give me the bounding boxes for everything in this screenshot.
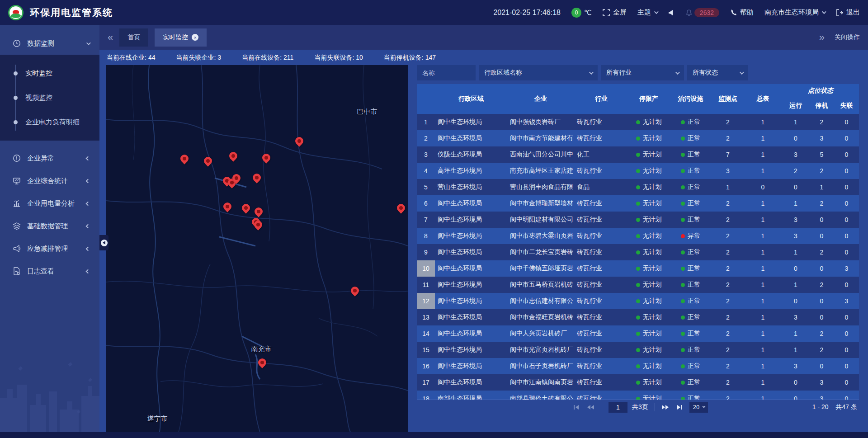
table-row[interactable]: 17 阆中生态环境局 阆中市江南镇阆南页岩 砖瓦行业 无计划 正常 bbox=[417, 374, 859, 391]
map-city-label: 巴中市 bbox=[357, 108, 377, 116]
next-page-button[interactable] bbox=[661, 404, 670, 410]
theme-menu[interactable]: 主题 bbox=[637, 8, 657, 17]
sidebar-item-emergency-reduction[interactable]: 应急减排管理 bbox=[0, 237, 99, 260]
lost-cell: 0 bbox=[834, 163, 859, 179]
table-row[interactable]: 10 阆中生态环境局 阆中千佛镇五郎垭页岩 砖瓦行业 无计划 正常 bbox=[417, 260, 859, 277]
meters-cell: 1 bbox=[744, 130, 782, 146]
meters-cell: 0 bbox=[744, 179, 782, 195]
status-filter-select[interactable]: 所有状态 bbox=[687, 65, 748, 80]
facility-cell: 正常 bbox=[669, 114, 712, 130]
sidebar-item-power-usage-analysis[interactable]: 企业用电量分析 bbox=[0, 192, 99, 215]
map[interactable]: 巴中市南充市遂宁市 bbox=[106, 65, 408, 432]
table-row[interactable]: 9 阆中生态环境局 阆中市二龙长宝页岩砖 砖瓦行业 无计划 正常 bbox=[417, 244, 859, 260]
sidebar-collapse-handle[interactable] bbox=[99, 235, 108, 250]
log-document-icon bbox=[13, 267, 21, 275]
logout-button[interactable]: 退出 bbox=[836, 8, 860, 17]
table-row[interactable]: 13 阆中生态环境局 阆中市金福旺页岩机砖 砖瓦行业 无计划 正常 bbox=[417, 309, 859, 325]
table-row[interactable]: 6 阆中生态环境局 阆中市金博瑞新型墙材 砖瓦行业 无计划 正常 bbox=[417, 195, 859, 212]
layers-icon bbox=[13, 222, 21, 230]
previous-page-button[interactable] bbox=[586, 404, 594, 410]
status-dot-icon bbox=[681, 185, 685, 189]
name-filter-input[interactable] bbox=[417, 65, 476, 80]
sidebar-item-realtime-monitor[interactable]: 实时监控 bbox=[0, 61, 99, 85]
fullscreen-icon bbox=[603, 9, 610, 16]
sidebar: 数据监测 实时监控 视频监控 企业电力负荷明细 企业异常 bbox=[0, 25, 99, 432]
status-dot-icon bbox=[636, 348, 640, 352]
table-row[interactable]: 14 阆中生态环境局 阆中大兴页岩机砖厂 砖瓦行业 无计划 正常 bbox=[417, 325, 859, 342]
stat-item: 当前在线企业:44 bbox=[107, 54, 155, 62]
production-cell: 无计划 bbox=[628, 277, 669, 293]
close-operations-button[interactable]: 关闭操作 bbox=[835, 33, 860, 42]
map-pin-icon[interactable] bbox=[241, 203, 250, 215]
table-row[interactable]: 1 阆中生态环境局 阆中强锐页岩砖厂 砖瓦行业 无计划 正常 bbox=[417, 114, 859, 130]
pagination-range: 1 - 20 共47 条 bbox=[812, 403, 859, 411]
sidebar-item-data-monitoring[interactable]: 数据监测 bbox=[0, 32, 99, 55]
company-cell: 阆中大兴页岩机砖厂 bbox=[507, 325, 574, 342]
tab-home[interactable]: 首页 bbox=[119, 28, 148, 47]
lost-cell: 3 bbox=[834, 260, 859, 277]
region-cell: 阆中生态环境局 bbox=[435, 277, 507, 293]
region-filter-select[interactable]: 行政区域名称 bbox=[479, 65, 598, 80]
stat-item: 当前停机设备:147 bbox=[384, 54, 436, 62]
col-production: 停限产 bbox=[628, 84, 669, 114]
points-cell: 2 bbox=[712, 374, 744, 391]
sidebar-item-log-view[interactable]: 日志查看 bbox=[0, 260, 99, 283]
sidebar-item-basic-data-management[interactable]: 基础数据管理 bbox=[0, 215, 99, 237]
tabs-scroll-right-button[interactable]: » bbox=[819, 33, 825, 42]
sidebar-item-enterprise-abnormal[interactable]: 企业异常 bbox=[0, 147, 99, 170]
map-pin-icon[interactable] bbox=[258, 358, 267, 370]
col-running: 运行 bbox=[782, 98, 809, 114]
temperature-badge: 0 ℃ bbox=[571, 8, 592, 18]
notification-button[interactable]: 2632 bbox=[685, 8, 719, 17]
table-row[interactable]: 4 高坪生态环境局 南充市高坪区王家店建 砖瓦行业 无计划 正常 bbox=[417, 163, 859, 179]
last-page-button[interactable] bbox=[676, 404, 683, 410]
company-cell: 西南油气田分公司川中 bbox=[507, 146, 574, 163]
status-dot-icon bbox=[636, 316, 640, 320]
mute-speaker-button[interactable] bbox=[668, 9, 675, 16]
table-row[interactable]: 5 营山生态环境局 营山县润丰肉食品有限 食品 无计划 正常 bbox=[417, 179, 859, 195]
table-header: 行政区域 企业 行业 停限产 治污设施 监测点 总表 点位状态 运行 停机 失联 bbox=[417, 84, 859, 114]
status-dot-icon bbox=[681, 120, 685, 124]
page-input[interactable] bbox=[609, 402, 627, 413]
map-pin-icon[interactable] bbox=[350, 286, 359, 298]
map-pin-icon[interactable] bbox=[252, 173, 261, 185]
sidebar-item-enterprise-statistics[interactable]: 企业综合统计 bbox=[0, 170, 99, 192]
table-row[interactable]: 2 阆中生态环境局 阆中市南方节能建材有 砖瓦行业 无计划 正常 bbox=[417, 130, 859, 146]
sidebar-item-power-load-detail[interactable]: 企业电力负荷明细 bbox=[0, 110, 99, 134]
map-pin-icon[interactable] bbox=[254, 220, 263, 232]
map-pin-icon[interactable] bbox=[396, 203, 406, 215]
map-city-label: 遂宁市 bbox=[147, 414, 168, 423]
table-row[interactable]: 8 阆中生态环境局 阆中市枣碧大梁山页岩 砖瓦行业 无计划 异常 bbox=[417, 228, 859, 244]
industry-filter-select[interactable]: 所有行业 bbox=[601, 65, 684, 80]
map-pin-icon[interactable] bbox=[180, 154, 189, 166]
tab-realtime-monitor[interactable]: 实时监控 × bbox=[155, 28, 207, 47]
organization-menu[interactable]: 南充市生态环境局 bbox=[764, 8, 825, 17]
map-pin-icon[interactable] bbox=[262, 153, 271, 165]
app-header: 环保用电监管系统 2021-02-25 17:46:18 0 ℃ 全屏 主题 2… bbox=[0, 0, 868, 25]
page-size-select[interactable]: 20 bbox=[689, 402, 708, 413]
table-row[interactable]: 3 仪陇生态环境局 西南油气田分公司川中 化工 无计划 正常 bbox=[417, 146, 859, 163]
table-row[interactable]: 15 阆中生态环境局 阆中市光富页岩机砖厂 砖瓦行业 无计划 正常 bbox=[417, 342, 859, 358]
production-cell: 无计划 bbox=[628, 293, 669, 309]
table-row[interactable]: 7 阆中生态环境局 阆中明阳建材有限公司 砖瓦行业 无计划 正常 bbox=[417, 212, 859, 228]
running-cell: 1 bbox=[782, 195, 809, 212]
first-page-button[interactable] bbox=[573, 404, 580, 410]
region-cell: 阆中生态环境局 bbox=[435, 293, 507, 309]
map-pin-icon[interactable] bbox=[295, 137, 304, 148]
help-button[interactable]: 帮助 bbox=[730, 8, 754, 17]
facility-cell: 正常 bbox=[669, 358, 712, 374]
map-pin-icon[interactable] bbox=[203, 156, 212, 168]
table-row[interactable]: 16 阆中生态环境局 阆中市石子页岩机砖厂 砖瓦行业 无计划 正常 bbox=[417, 358, 859, 374]
sidebar-item-video-monitor[interactable]: 视频监控 bbox=[0, 85, 99, 110]
tabs-scroll-left-button[interactable]: « bbox=[108, 33, 113, 42]
lost-cell: 0 bbox=[834, 342, 859, 358]
map-pin-icon[interactable] bbox=[223, 202, 232, 214]
table-row[interactable]: 12 阆中生态环境局 阆中市忠信建材有限公 砖瓦行业 无计划 正常 bbox=[417, 293, 859, 309]
map-pin-icon[interactable] bbox=[232, 174, 241, 185]
map-pin-icon[interactable] bbox=[229, 151, 238, 163]
lost-cell: 0 bbox=[834, 228, 859, 244]
table-row[interactable]: 18 南部生态环境局 南部县瑞伶土砖有限公 砖瓦行业 无计划 正常 bbox=[417, 391, 859, 400]
table-row[interactable]: 11 阆中生态环境局 阆中市五马桥页岩机砖 砖瓦行业 无计划 正常 bbox=[417, 277, 859, 293]
fullscreen-button[interactable]: 全屏 bbox=[603, 8, 627, 17]
close-icon[interactable]: × bbox=[192, 34, 198, 41]
